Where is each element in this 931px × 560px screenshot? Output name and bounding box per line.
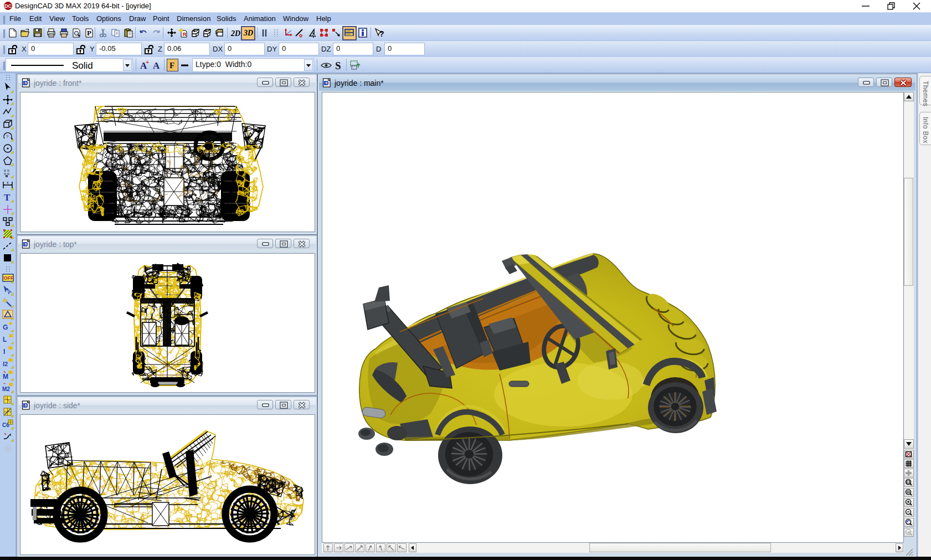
- svg-text:G: G: [3, 323, 8, 331]
- svg-text:R: R: [183, 32, 187, 37]
- svg-text:Solid: Solid: [72, 60, 93, 71]
- svg-text:+: +: [146, 59, 149, 65]
- svg-text:P: P: [87, 29, 91, 37]
- svg-text:3D: 3D: [243, 29, 253, 37]
- svg-text:M: M: [3, 373, 8, 381]
- svg-text:I: I: [3, 348, 5, 356]
- svg-text:OFF: OFF: [4, 275, 14, 281]
- svg-text:L: L: [3, 336, 7, 343]
- svg-text:?: ?: [6, 134, 9, 139]
- svg-text:x: x: [7, 181, 9, 184]
- svg-text:A: A: [153, 60, 160, 71]
- svg-text:I2: I2: [3, 361, 8, 367]
- svg-text:?: ?: [379, 29, 384, 38]
- svg-text:M2: M2: [2, 386, 10, 392]
- svg-text:T: T: [4, 192, 11, 203]
- svg-text:F: F: [169, 61, 174, 70]
- svg-text:S: S: [335, 60, 341, 71]
- svg-text:2D: 2D: [230, 29, 240, 38]
